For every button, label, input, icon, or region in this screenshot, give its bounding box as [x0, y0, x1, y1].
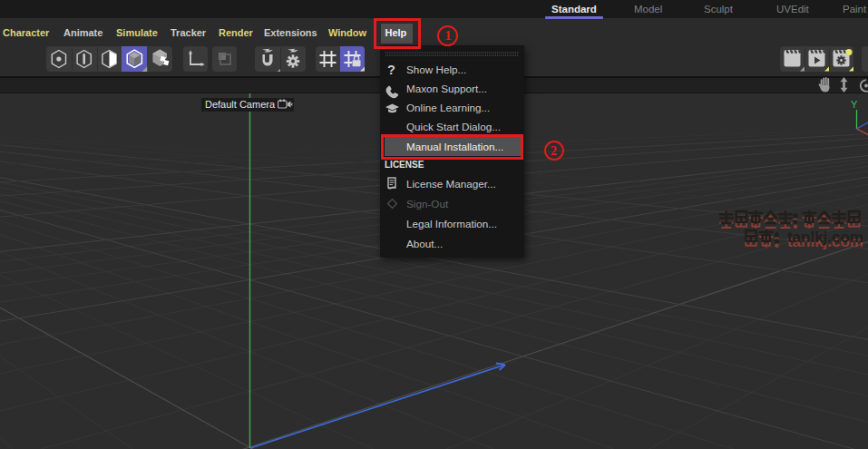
svg-text:?: ? — [387, 63, 395, 77]
svg-text:tanlkj.com: tanlkj.com — [787, 229, 863, 246]
